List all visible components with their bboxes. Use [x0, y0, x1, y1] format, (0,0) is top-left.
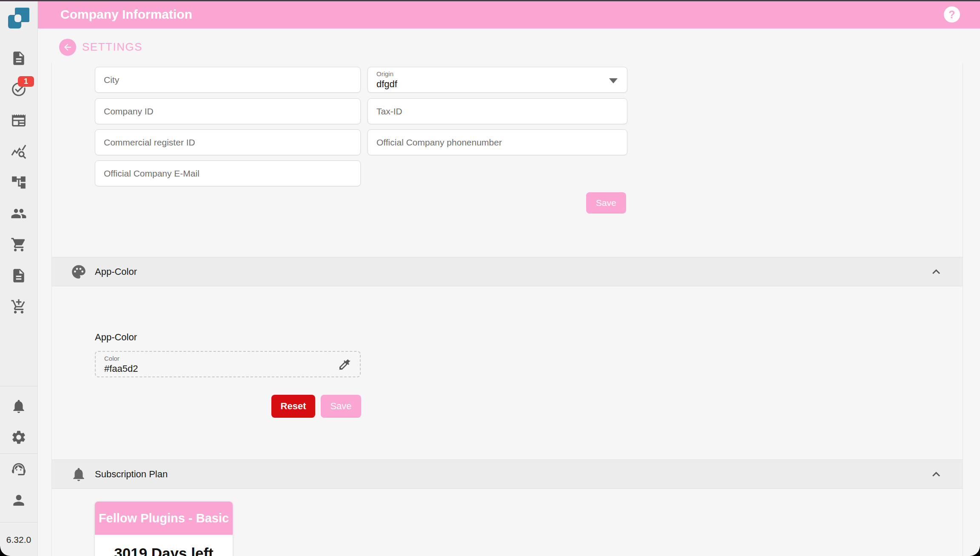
tax-id-field[interactable] [368, 98, 627, 124]
analytics-search-icon [11, 143, 27, 160]
page-title: Company Information [60, 7, 192, 22]
breadcrumb-label: SETTINGS [82, 40, 142, 54]
newspaper-icon [11, 112, 27, 128]
color-picker-field[interactable]: Color #faa5d2 [95, 351, 361, 377]
city-field[interactable] [95, 67, 361, 93]
tree-structure-icon [11, 174, 27, 191]
chevron-down-icon [609, 78, 618, 83]
sidebar-item-notifications[interactable] [0, 398, 37, 414]
sidebar-item-purchase[interactable] [0, 291, 37, 322]
plan-name: Fellow Plugins - Basic [95, 502, 233, 535]
sidebar-nav: 1 [0, 43, 37, 322]
sidebar-item-structure[interactable] [0, 167, 37, 198]
eyedropper-icon[interactable] [338, 358, 351, 371]
sidebar-item-customers[interactable] [0, 198, 37, 229]
sidebar-divider [0, 386, 37, 386]
subscription-plan-card: Fellow Plugins - Basic 3019 Days left [95, 502, 233, 556]
arrow-left-icon [63, 42, 73, 52]
section-header-subscription[interactable]: Subscription Plan [52, 459, 963, 489]
notification-badge: 1 [18, 76, 34, 87]
sidebar-item-documents[interactable] [0, 43, 37, 74]
origin-select-value: dfgdf [376, 79, 618, 90]
origin-select-label: Origin [376, 70, 618, 77]
document-icon [11, 50, 27, 66]
section-title-subscription: Subscription Plan [95, 469, 168, 480]
app-header: Company Information ? [37, 0, 980, 29]
company-email-field[interactable] [95, 160, 361, 186]
sidebar-item-support[interactable] [0, 461, 37, 477]
sidebar-item-news[interactable] [0, 105, 37, 136]
color-field-value: #faa5d2 [104, 363, 351, 374]
color-save-button[interactable]: Save [321, 395, 361, 418]
back-button[interactable] [59, 39, 76, 56]
help-button[interactable]: ? [944, 6, 960, 23]
section-header-app-color[interactable]: App-Color [52, 257, 963, 286]
app-version: 6.32.0 [0, 535, 37, 545]
sidebar-item-reports[interactable] [0, 260, 37, 291]
company-id-field[interactable] [95, 98, 361, 124]
cart-add-icon [11, 299, 27, 315]
palette-icon [71, 264, 87, 280]
chevron-up-icon[interactable] [929, 467, 944, 482]
sidebar-item-account[interactable] [0, 492, 37, 508]
breadcrumb: SETTINGS [37, 38, 142, 56]
person-icon [11, 492, 27, 508]
origin-select[interactable]: Origin dfgdf [368, 67, 627, 93]
app-color-label: App-Color [95, 332, 137, 343]
sidebar-item-analytics[interactable] [0, 136, 37, 167]
people-icon [11, 205, 27, 222]
gear-icon [11, 429, 27, 445]
commercial-register-field[interactable] [95, 129, 361, 155]
bell-icon [71, 466, 87, 482]
app-logo[interactable] [7, 6, 30, 29]
settings-content-card: Origin dfgdf Save App-Color App-Color Co… [51, 63, 963, 556]
sidebar-item-tasks[interactable]: 1 [0, 74, 37, 105]
chevron-up-icon[interactable] [929, 264, 944, 279]
sidebar: 1 6.32.0 [0, 0, 38, 556]
sidebar-divider [0, 522, 37, 522]
cart-icon [11, 237, 27, 253]
bell-icon [11, 398, 27, 414]
color-field-label: Color [104, 355, 351, 362]
document-icon [11, 268, 27, 284]
sidebar-divider [0, 453, 37, 454]
sidebar-item-shop[interactable] [0, 229, 37, 260]
company-save-button[interactable]: Save [586, 192, 626, 214]
window-top-edge [0, 0, 980, 1]
plan-days-left: 3019 Days left [95, 545, 233, 556]
screen-corner [0, 546, 10, 556]
section-title-app-color: App-Color [95, 266, 137, 277]
screen-corner [970, 546, 980, 556]
company-phone-field[interactable] [368, 129, 627, 155]
logo-icon [7, 6, 30, 29]
sidebar-item-settings[interactable] [0, 429, 37, 445]
color-reset-button[interactable]: Reset [271, 395, 315, 418]
question-mark-icon: ? [949, 9, 955, 21]
support-agent-icon [11, 461, 27, 477]
